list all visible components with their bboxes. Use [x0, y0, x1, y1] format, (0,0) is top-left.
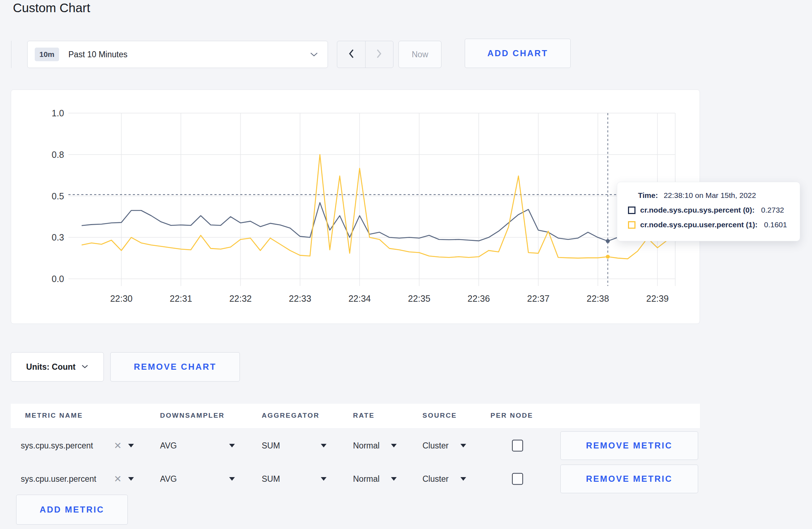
source-value[interactable]: Cluster — [422, 441, 449, 451]
next-time-button[interactable] — [365, 41, 393, 68]
time-pager — [337, 41, 393, 68]
metric-table-row: sys.cpu.sys.percent ✕ AVG SUM Normal Clu… — [11, 429, 700, 462]
svg-text:22:37: 22:37 — [527, 293, 550, 304]
col-header-downsampler: DOWNSAMPLER — [160, 412, 225, 419]
prev-time-button[interactable] — [337, 41, 365, 68]
chart-card: 0.00.30.50.81.022:3022:3122:3222:3322:34… — [11, 89, 700, 324]
remove-metric-button[interactable]: REMOVE METRIC — [560, 431, 698, 460]
series-swatch-icon — [628, 207, 635, 214]
chart-plot[interactable]: 0.00.30.50.81.022:3022:3122:3222:3322:34… — [11, 90, 700, 324]
per-node-checkbox[interactable] — [512, 440, 523, 452]
source-value[interactable]: Cluster — [422, 474, 449, 484]
tooltip-series-list: cr.node.sys.cpu.sys.percent (0): 0.2732 … — [617, 206, 800, 229]
chart-tooltip: Time:22:38:10 on Mar 15th, 2022 cr.node.… — [617, 182, 800, 241]
col-header-rate: RATE — [353, 412, 374, 419]
svg-text:22:33: 22:33 — [289, 293, 311, 304]
metric-name-value[interactable]: sys.cpu.sys.percent — [21, 441, 93, 451]
metric-dropdown-caret-icon[interactable] — [128, 444, 134, 447]
aggregator-caret-icon[interactable] — [321, 477, 327, 481]
svg-text:0.3: 0.3 — [52, 232, 64, 242]
source-caret-icon[interactable] — [460, 477, 466, 481]
col-header-aggregator: AGGREGATOR — [262, 412, 320, 419]
source-caret-icon[interactable] — [460, 444, 466, 447]
add-metric-button[interactable]: ADD METRIC — [16, 495, 128, 525]
svg-text:22:31: 22:31 — [170, 293, 192, 304]
chevron-right-icon — [376, 49, 382, 60]
remove-metric-button[interactable]: REMOVE METRIC — [560, 465, 698, 493]
page-title: Custom Chart — [13, 1, 90, 15]
svg-text:1.0: 1.0 — [52, 108, 64, 118]
metric-dropdown-caret-icon[interactable] — [128, 477, 134, 481]
rate-value[interactable]: Normal — [353, 441, 380, 451]
chevron-left-icon — [348, 49, 354, 60]
aggregator-caret-icon[interactable] — [321, 444, 327, 447]
series-name: cr.node.sys.cpu.user.percent (1): — [640, 220, 758, 229]
metric-name-value[interactable]: sys.cpu.user.percent — [21, 474, 96, 484]
downsampler-value[interactable]: AVG — [160, 474, 177, 484]
metric-table-row: sys.cpu.user.percent ✕ AVG SUM Normal Cl… — [11, 462, 700, 495]
clear-metric-icon[interactable]: ✕ — [114, 474, 122, 485]
custom-chart-page: Custom Chart 10m Past 10 Minutes Now ADD… — [0, 0, 812, 529]
time-range-label: Past 10 Minutes — [68, 50, 127, 59]
svg-text:0.0: 0.0 — [52, 274, 64, 284]
svg-text:22:39: 22:39 — [646, 293, 669, 304]
svg-text:22:38: 22:38 — [587, 293, 609, 304]
col-header-source: SOURCE — [422, 412, 457, 419]
time-range-select[interactable]: 10m Past 10 Minutes — [27, 41, 328, 68]
remove-chart-button[interactable]: REMOVE CHART — [110, 352, 240, 382]
downsampler-caret-icon[interactable] — [229, 477, 235, 481]
col-header-metric-name: METRIC NAME — [25, 412, 83, 419]
units-select[interactable]: Units: Count — [11, 352, 104, 382]
chevron-down-icon — [310, 52, 318, 57]
col-header-per-node: PER NODE — [490, 412, 533, 419]
series-value: 0.2732 — [761, 206, 784, 214]
svg-text:22:32: 22:32 — [229, 293, 252, 304]
aggregator-value[interactable]: SUM — [262, 441, 280, 451]
time-range-badge: 10m — [35, 48, 59, 61]
rate-caret-icon[interactable] — [391, 444, 397, 447]
add-chart-button[interactable]: ADD CHART — [465, 39, 571, 68]
per-node-checkbox[interactable] — [512, 473, 523, 485]
series-value: 0.1601 — [764, 220, 787, 229]
svg-text:22:36: 22:36 — [468, 293, 490, 304]
series-swatch-icon — [628, 221, 635, 229]
svg-text:22:34: 22:34 — [348, 293, 371, 304]
downsampler-value[interactable]: AVG — [160, 441, 177, 451]
aggregator-value[interactable]: SUM — [262, 474, 280, 484]
rate-caret-icon[interactable] — [391, 477, 397, 481]
svg-text:0.8: 0.8 — [52, 150, 64, 160]
svg-text:0.5: 0.5 — [52, 191, 64, 201]
series-name: cr.node.sys.cpu.sys.percent (0): — [640, 206, 755, 214]
now-button[interactable]: Now — [398, 41, 441, 68]
metrics-table-header: METRIC NAME DOWNSAMPLER AGGREGATOR RATE … — [11, 404, 700, 428]
clear-metric-icon[interactable]: ✕ — [114, 440, 122, 451]
tooltip-time-value: 22:38:10 on Mar 15th, 2022 — [664, 191, 756, 199]
downsampler-caret-icon[interactable] — [229, 444, 235, 447]
chevron-down-icon — [81, 364, 88, 370]
tooltip-time-label: Time: — [638, 191, 658, 199]
rate-value[interactable]: Normal — [353, 474, 380, 484]
tooltip-time: Time:22:38:10 on Mar 15th, 2022 — [638, 191, 800, 200]
toolbar-divider — [11, 41, 11, 68]
tooltip-series-row: cr.node.sys.cpu.user.percent (1): 0.1601 — [628, 220, 800, 229]
svg-text:22:30: 22:30 — [110, 293, 133, 304]
svg-text:22:35: 22:35 — [408, 293, 430, 304]
units-label: Units: Count — [26, 362, 76, 372]
tooltip-series-row: cr.node.sys.cpu.sys.percent (0): 0.2732 — [628, 206, 800, 214]
